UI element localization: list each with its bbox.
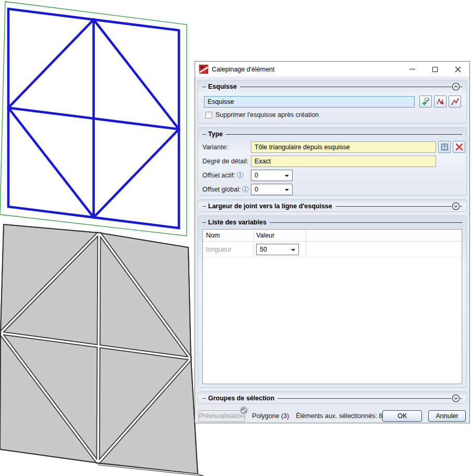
type-section: Type Variante: Tôle triangulaire depuis … — [198, 127, 467, 196]
element-layout-dialog: Calepinage d'élément Esquisse — [195, 61, 470, 423]
column-header-valeur[interactable]: Valeur — [256, 232, 274, 239]
expand-chevron-down-icon[interactable] — [452, 394, 460, 402]
variante-clear-button[interactable] — [453, 141, 465, 153]
delete-sketch-checkbox[interactable] — [206, 112, 212, 118]
draw-sketch-icon — [436, 97, 445, 106]
pick-sketch-icon — [421, 97, 430, 106]
variable-row[interactable]: longueur 50 — [203, 242, 462, 257]
app-icon — [199, 65, 208, 74]
offset-global-dropdown[interactable]: 0 — [251, 184, 293, 195]
offset-actif-label: Offset actif: — [202, 172, 251, 179]
close-button[interactable] — [446, 62, 469, 77]
esquisse-name-field[interactable]: Esquisse — [204, 96, 415, 108]
offset-global-label: Offset global: — [202, 186, 251, 193]
variante-catalog-button[interactable] — [438, 141, 451, 153]
ok-button[interactable]: OK — [382, 410, 422, 422]
dropdown-arrow-icon — [285, 175, 289, 177]
esquisse-section-header[interactable]: Esquisse — [202, 82, 462, 91]
polygon-status: Polygone (3) — [252, 412, 289, 420]
esquisse-section: Esquisse Esquisse — [198, 80, 467, 124]
dropdown-arrow-icon — [285, 189, 289, 191]
minimize-button[interactable] — [401, 62, 424, 77]
dropdown-arrow-icon — [291, 249, 295, 251]
cancel-button[interactable]: Annuler — [428, 410, 466, 422]
joint-width-section-header[interactable]: Largeur de joint vers la ligne d'esquiss… — [202, 201, 462, 211]
plate-pattern[interactable] — [0, 224, 204, 476]
detail-field[interactable]: Exact — [251, 156, 436, 167]
delete-sketch-checkbox-label: Supprimer l'esquisse après création — [215, 111, 319, 118]
expand-chevron-down-icon[interactable] — [452, 202, 460, 210]
dialog-footer: Prévisualisation Polygone (3) Éléments a… — [198, 409, 466, 423]
variables-table-empty-area — [203, 257, 462, 384]
preview-check-badge-icon — [239, 406, 249, 415]
variables-table: Nom Valeur longueur 50 — [202, 229, 462, 384]
close-icon — [455, 66, 461, 73]
selection-groups-section-title: Groupes de sélection — [208, 395, 274, 402]
detail-label: Degré de détail: — [202, 158, 251, 165]
variables-section: Liste des variables Nom Valeur longueur … — [198, 216, 467, 388]
type-section-title: Type — [208, 130, 223, 138]
sketch-canvas — [0, 0, 198, 240]
selection-groups-section-header[interactable]: Groupes de sélection — [202, 394, 462, 403]
catalog-table-icon — [440, 142, 449, 151]
column-header-nom[interactable]: Nom — [206, 232, 220, 239]
aux-selected-status: Éléments aux. sélectionnés: 8 — [296, 412, 382, 420]
edit-sketch-icon — [451, 97, 460, 106]
joint-width-section: Largeur de joint vers la ligne d'esquiss… — [198, 199, 467, 212]
variante-label: Variante: — [202, 144, 251, 151]
dialog-content: Esquisse Esquisse — [195, 77, 469, 423]
variante-field[interactable]: Tôle triangulaire depuis esquisse — [251, 141, 436, 153]
joint-width-section-title: Largeur de joint vers la ligne d'esquiss… — [208, 203, 332, 210]
offset-actif-dropdown[interactable]: 0 — [251, 170, 293, 181]
variables-section-header: Liste des variables — [202, 218, 462, 227]
draw-sketch-button[interactable] — [434, 96, 446, 108]
pick-sketch-button[interactable] — [419, 96, 432, 108]
red-x-icon — [455, 143, 463, 151]
maximize-icon — [432, 67, 438, 72]
variables-section-title: Liste des variables — [208, 219, 267, 226]
variable-value-dropdown[interactable]: 50 — [256, 244, 299, 255]
info-icon — [237, 172, 244, 178]
info-icon — [242, 186, 249, 193]
dialog-titlebar[interactable]: Calepinage d'élément — [195, 62, 469, 77]
esquisse-section-title: Esquisse — [208, 83, 237, 90]
collapse-chevron-up-icon[interactable] — [452, 82, 460, 91]
selection-groups-section: Groupes de sélection — [198, 391, 467, 404]
render-canvas — [0, 219, 209, 476]
minimize-icon — [409, 69, 415, 69]
variable-name-cell: longueur — [206, 246, 232, 253]
maximize-button[interactable] — [424, 62, 446, 77]
edit-sketch-button[interactable] — [449, 96, 461, 108]
preview-button[interactable]: Prévisualisation — [198, 410, 245, 422]
sketch-pattern[interactable] — [8, 9, 179, 228]
dialog-title: Calepinage d'élément — [212, 66, 401, 73]
variables-table-header: Nom Valeur — [203, 230, 462, 242]
type-section-header: Type — [202, 129, 462, 139]
